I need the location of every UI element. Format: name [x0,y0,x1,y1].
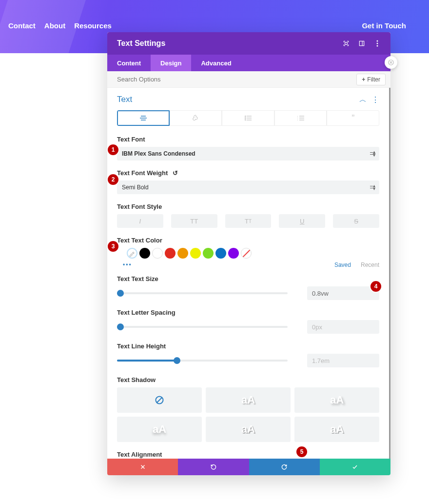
panel-header-actions [343,40,381,47]
save-button[interactable] [320,459,390,475]
swatch-blue[interactable] [215,248,226,259]
swatch-black[interactable] [139,248,150,259]
letter-label: Text Letter Spacing [117,309,379,316]
swatch-none[interactable] [241,248,252,259]
svg-point-14 [245,120,246,121]
style-italic[interactable]: I [117,214,163,228]
type-tab-ul[interactable] [222,110,274,126]
filter-button[interactable]: +Filter [356,74,386,85]
nav-resources[interactable]: Resources [74,21,112,30]
nav-about[interactable]: About [44,21,65,30]
color-swatches [117,248,379,259]
svg-text:3: 3 [297,119,298,121]
shadow-preset-5[interactable]: aA [294,417,379,442]
get-in-touch-link[interactable]: Get in Touch [362,21,406,30]
style-strike[interactable]: S [333,214,379,228]
swatch-red[interactable] [165,248,176,259]
type-tab-paragraph[interactable] [117,110,170,126]
panel-title: Text Settings [117,39,165,48]
callout-2: 2 [108,174,118,185]
saved-colors-tab[interactable]: Saved [334,262,351,268]
weight-label: Text Font Weight↺ [117,169,379,177]
size-slider[interactable] [117,286,288,300]
letter-value[interactable]: 0px [307,320,379,334]
callout-4: 4 [370,281,381,292]
text-settings-panel: Text Settings Content Design Advanced +F… [107,32,390,475]
callout-1: 1 [108,144,118,155]
swatch-green[interactable] [203,248,214,259]
shadow-preset-2[interactable]: aA [294,387,379,413]
align-label: Text Alignment [117,451,379,458]
font-select[interactable]: IBM Plex Sans Condensed▴▾ [117,147,379,161]
text-type-tabs: 123 ” [117,110,379,126]
shadow-preset-4[interactable]: aA [206,417,291,442]
shadow-preset-3[interactable]: aA [117,417,202,442]
section-title: Text [117,95,132,104]
settings-body: Text ︿ ⋮ 123 ” Text Font IBM Plex Sans C… [107,88,390,459]
type-tab-link[interactable] [170,110,222,126]
more-colors-icon[interactable]: ••• [123,262,132,268]
panel-footer [107,459,390,475]
settings-tabs: Content Design Advanced [107,55,390,71]
swatch-yellow[interactable] [190,248,201,259]
top-nav: Contact About Resources [8,21,112,30]
reset-icon[interactable]: ↺ [173,169,178,177]
style-smallcaps[interactable]: TT [225,214,272,228]
svg-point-5 [377,43,378,44]
close-floating-button[interactable] [385,56,397,69]
swatch-white[interactable] [152,248,163,259]
swatch-orange[interactable] [177,248,188,259]
type-tab-ol[interactable]: 123 [274,110,327,126]
svg-rect-2 [359,41,364,45]
chevron-up-icon[interactable]: ︿ [359,95,367,104]
recent-colors-tab[interactable]: Recent [361,262,379,268]
line-slider[interactable] [117,354,288,367]
svg-line-23 [156,397,162,403]
dock-icon[interactable] [358,40,365,47]
color-label: Text Text Color [117,237,379,244]
svg-rect-1 [345,42,348,45]
svg-point-6 [377,45,378,47]
size-value[interactable]: 0.8vw [307,286,379,300]
shadow-none[interactable] [117,387,202,413]
redo-button[interactable] [249,459,320,475]
size-label: Text Text Size [117,275,379,282]
color-picker-icon[interactable] [127,248,137,259]
callout-5: 5 [296,446,307,457]
search-input[interactable] [117,76,356,83]
undo-button[interactable] [178,459,249,475]
callout-3: 3 [108,241,118,252]
weight-select[interactable]: Semi Bold▴▾ [117,181,379,194]
svg-point-4 [377,40,378,42]
cancel-button[interactable] [107,459,178,475]
section-more-icon[interactable]: ⋮ [371,95,379,104]
swatch-purple[interactable] [228,248,239,259]
type-tab-quote[interactable]: ” [327,110,379,126]
font-label: Text Font [117,136,379,143]
line-value[interactable]: 1.7em [307,354,379,367]
style-underline[interactable]: U [279,214,325,228]
shadow-preset-1[interactable]: aA [206,387,291,413]
search-row: +Filter [107,71,390,88]
svg-point-12 [245,118,246,119]
shadow-grid: aA aA aA aA aA [117,387,379,442]
tab-advanced[interactable]: Advanced [191,55,241,71]
tab-content[interactable]: Content [107,55,151,71]
nav-contact[interactable]: Contact [8,21,36,30]
shadow-label: Text Shadow [117,376,379,383]
svg-point-10 [245,116,246,117]
letter-slider[interactable] [117,320,288,334]
panel-header: Text Settings [107,32,390,55]
more-icon[interactable] [374,40,381,47]
style-label: Text Font Style [117,203,379,210]
expand-icon[interactable] [343,40,350,47]
tab-design[interactable]: Design [151,55,191,71]
line-label: Text Line Height [117,343,379,350]
style-uppercase[interactable]: TT [171,214,217,228]
